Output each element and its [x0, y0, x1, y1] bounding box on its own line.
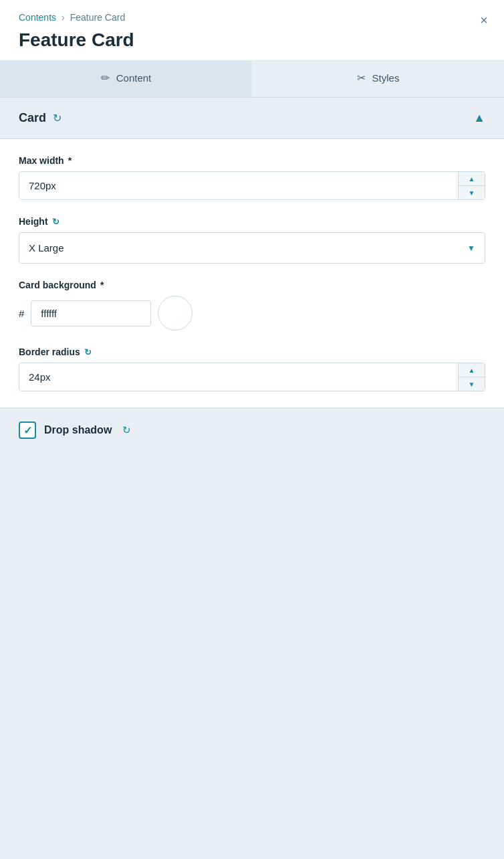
breadcrumb-link[interactable]: Contents: [19, 12, 56, 23]
pencil-icon: ✏: [101, 72, 110, 84]
close-button[interactable]: ×: [480, 13, 488, 27]
tabs-container: ✏ Content ✂ Styles: [0, 61, 504, 98]
max-width-input-wrapper: ▲ ▼: [19, 171, 485, 200]
section-collapse-icon[interactable]: ▲: [473, 111, 485, 125]
page-title: Feature Card: [19, 29, 485, 51]
tab-content[interactable]: ✏ Content: [0, 61, 252, 97]
max-width-label: Max width *: [19, 155, 485, 166]
breadcrumb: Contents › Feature Card: [19, 12, 485, 23]
border-radius-increment[interactable]: ▲: [459, 363, 485, 377]
section-header: Card ↻ ▲: [0, 98, 504, 138]
border-radius-input-wrapper: ▲ ▼: [19, 363, 485, 391]
max-width-decrement[interactable]: ▼: [459, 186, 485, 199]
height-refresh-icon[interactable]: ↻: [52, 217, 59, 227]
card-background-field: Card background * #: [19, 280, 485, 330]
max-width-field: Max width * ▲ ▼: [19, 155, 485, 200]
section-refresh-icon[interactable]: ↻: [53, 112, 61, 124]
breadcrumb-current: Feature Card: [70, 12, 125, 23]
drop-shadow-row: ✓ Drop shadow ↻: [0, 408, 504, 452]
height-label: Height ↻: [19, 216, 485, 227]
card-background-required: *: [100, 280, 104, 290]
fields-container: Max width * ▲ ▼ Height: [0, 138, 504, 408]
border-radius-refresh-icon[interactable]: ↻: [84, 347, 92, 357]
border-radius-decrement[interactable]: ▼: [459, 377, 485, 391]
drop-shadow-checkbox[interactable]: ✓: [19, 421, 36, 439]
max-width-input[interactable]: [19, 172, 458, 199]
content-area: Card ↻ ▲ Max width * ▲: [0, 98, 504, 859]
color-hex-input[interactable]: [31, 300, 151, 326]
max-width-required: *: [68, 155, 72, 166]
card-background-label: Card background *: [19, 280, 485, 290]
scissors-icon: ✂: [357, 72, 366, 84]
tab-content-label: Content: [116, 72, 152, 84]
section-title-row: Card ↻: [19, 111, 61, 125]
max-width-spinners: ▲ ▼: [458, 172, 485, 199]
breadcrumb-separator: ›: [61, 12, 65, 23]
color-input-row: #: [19, 296, 485, 330]
card-section: Card ↻ ▲ Max width * ▲: [0, 98, 504, 452]
section-title: Card: [19, 111, 46, 125]
border-radius-label: Border radius ↻: [19, 347, 485, 357]
drop-shadow-label: Drop shadow: [44, 424, 112, 436]
border-radius-spinners: ▲ ▼: [458, 363, 485, 391]
color-swatch[interactable]: [158, 296, 193, 330]
color-hash-symbol: #: [19, 308, 24, 319]
tab-styles-label: Styles: [372, 72, 400, 84]
tab-styles[interactable]: ✂ Styles: [252, 61, 504, 97]
checkbox-checkmark: ✓: [23, 424, 32, 437]
height-field: Height ↻ Small Medium Large X Large ▼: [19, 216, 485, 264]
border-radius-input[interactable]: [19, 363, 458, 391]
max-width-increment[interactable]: ▲: [459, 172, 485, 186]
drop-shadow-refresh-icon[interactable]: ↻: [122, 424, 131, 436]
height-select[interactable]: Small Medium Large X Large: [19, 233, 485, 263]
border-radius-field: Border radius ↻ ▲ ▼: [19, 347, 485, 391]
height-select-wrapper: Small Medium Large X Large ▼: [19, 232, 485, 264]
